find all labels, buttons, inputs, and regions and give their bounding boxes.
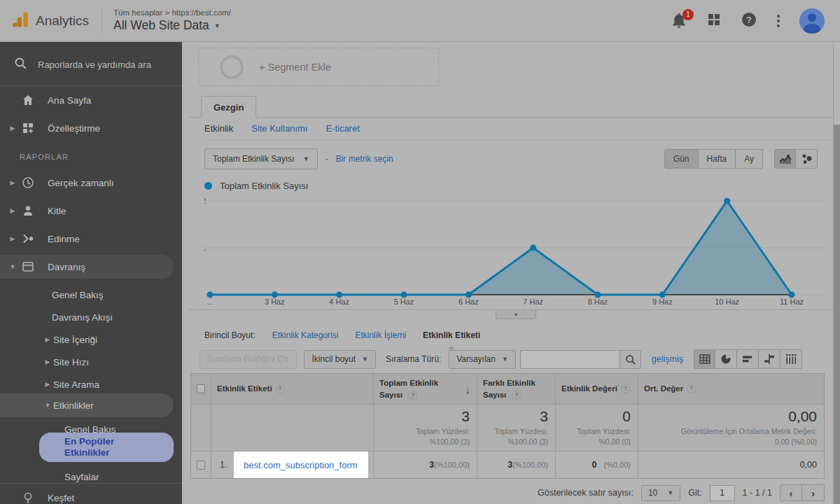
advanced-link[interactable]: gelişmiş [652,354,683,364]
legend-label: Toplam Etkinlik Sayısı [220,181,308,191]
event-label-link[interactable]: best.com_subscription_form [244,460,358,470]
table-search-button[interactable] [620,350,641,369]
sidebar-item-discover[interactable]: Keşfet [0,486,182,504]
subtab-site-usage[interactable]: Site Kullanımı [251,123,307,134]
goto-label: Git: [688,488,701,498]
subtab-events[interactable]: Etkinlik [204,123,233,134]
column-header-avg-value[interactable]: Ort. Değer? [638,374,824,404]
subtab-ecommerce[interactable]: E-ticaret [326,123,359,134]
sidebar-item-pages[interactable]: Sayfalar [0,465,182,489]
table-view-button[interactable] [694,349,715,369]
sidebar-search[interactable] [0,53,182,76]
add-segment-button[interactable]: + Segment Ekle [198,48,439,86]
dimension-event-action-link[interactable]: Etkinlik İşlemi [355,330,406,340]
sidebar-item-realtime[interactable]: ▶ Gerçek zamanlı [0,171,182,195]
granularity-day-button[interactable]: Gün [664,149,699,169]
bell-icon [672,19,686,31]
expand-right-icon: ▶ [42,381,53,388]
goto-page-input[interactable] [710,485,735,501]
events-table: Etkinlik Etiketi? Toplam Etkinlik Sayısı… [190,373,825,479]
events-line-chart: 12...3 Haz4 Haz5 Haz6 Haz7 Haz8 Haz9 Haz… [204,198,826,309]
sidebar-item-events[interactable]: ▼ Etkinlikler [0,393,174,417]
help-icon[interactable]: ? [621,384,630,393]
next-page-button[interactable]: › [802,484,825,501]
sidebar-item-behavior[interactable]: ▼ Davranış [0,255,174,279]
page-range: 1 - 1 / 1 [743,488,772,498]
apps-grid-button[interactable] [707,13,721,29]
help-icon[interactable]: ? [408,391,417,400]
select-all-checkbox[interactable] [197,384,205,393]
account-breadcrumb-block: Tüm hesaplar > https://best.com/ All Web… [113,8,231,33]
sidebar-item-behavior-flow[interactable]: Davranış Akışı [0,305,182,329]
granularity-week-button[interactable]: Hafta [699,149,736,169]
chart-legend: Toplam Etkinlik Sayısı [204,181,308,191]
sidebar-item-site-speed[interactable]: ▶ Site Hızı [0,350,182,374]
divider [0,85,182,86]
vertical-scrollbar[interactable] [833,42,840,504]
svg-text:?: ? [746,14,752,24]
help-icon: ? [741,11,757,28]
column-header-unique-events[interactable]: Farklı Etkinlik Sayısı ? [477,374,555,404]
breadcrumb: Tüm hesaplar > https://best.com/ [113,8,231,17]
notifications-button[interactable]: 1 [672,13,687,29]
y-tick-label: 1 [204,244,206,252]
sidebar-item-acquisition[interactable]: ▶ Edinme [0,227,182,251]
x-axis-label: 10 Haz [715,298,739,306]
table-search-input[interactable] [520,350,620,369]
pivot-view-button[interactable] [780,349,802,369]
chevron-down-icon: ▼ [362,356,368,363]
help-icon[interactable]: ? [687,384,696,393]
top-header: Analytics Tüm hesaplar > https://best.co… [0,0,840,42]
granularity-month-button[interactable]: Ay [736,149,763,169]
line-chart-type-button[interactable] [774,149,796,169]
analytics-logo[interactable]: Analytics [0,10,89,31]
motion-chart-type-button[interactable] [796,149,818,169]
sort-type-dropdown[interactable]: Varsayılan ▼ [449,350,516,369]
expand-right-icon: ▶ [8,207,18,214]
sidebar-item-site-content[interactable]: ▶ Site İçeriği [0,328,182,351]
sidebar-item-top-events[interactable]: En Popüler Etkinlikler [39,433,174,462]
dimension-event-category-link[interactable]: Etkinlik Kategorisi [272,330,339,340]
select-metric-link[interactable]: Bir metrik seçin [336,154,393,164]
secondary-dimension-dropdown[interactable]: İkincil boyut ▼ [304,350,376,369]
sidebar-item-audience[interactable]: ▶ Kitle [0,199,182,223]
column-header-event-value[interactable]: Etkinlik Değeri? [555,374,638,404]
analytics-logo-icon [11,10,29,31]
x-axis-label: 6 Haz [458,298,479,306]
dimension-event-label-selected[interactable]: Etkinlik Etiketi [423,330,480,340]
search-icon [625,354,636,365]
column-header-total-events[interactable]: Toplam Etkinlik Sayısı ? ↓ [373,374,477,404]
row-checkbox[interactable] [197,461,205,470]
prev-page-button[interactable]: ‹ [780,484,802,501]
help-icon[interactable]: ? [276,384,285,393]
sort-type-label: Sıralama Türü: [386,354,441,364]
tab-explorer[interactable]: Gezgin [201,96,256,118]
sidebar-item-customization[interactable]: ▶ Özelleştirme [0,116,182,140]
help-button[interactable]: ? [741,11,757,31]
performance-view-button[interactable] [737,349,759,369]
main-content: + Segment Ekle Gezgin Etkinlik Site Kull… [182,42,833,504]
search-input[interactable] [38,59,171,70]
more-menu-button[interactable] [777,15,780,27]
help-icon[interactable]: ? [512,391,521,400]
view-selector[interactable]: All Web Site Data ▼ [113,18,231,33]
metric-selector-dropdown[interactable]: Toplam Etkinlik Sayısı ▼ [204,148,318,169]
sidebar-item-behavior-overview[interactable]: Genel Bakış [0,283,182,307]
sidebar-item-site-search[interactable]: ▶ Site Arama [0,372,182,396]
avatar[interactable] [799,8,825,34]
x-axis-label: 11 Haz [780,298,804,306]
x-axis-label: 5 Haz [394,298,414,306]
pie-chart-icon [720,354,732,365]
chart-collapse-handle[interactable]: ▼ [496,310,536,319]
percentage-view-button[interactable] [715,349,737,369]
x-axis-label: 4 Haz [329,298,349,306]
column-header-event-label[interactable]: Etkinlik Etiketi? [211,374,373,404]
table-toolbar: Satırların Grafiğini Çiz İkincil boyut ▼… [200,349,802,370]
expand-right-icon: ▶ [42,358,53,365]
rows-per-page-select[interactable]: 10 ▼ [641,485,680,501]
scrollbar-thumb[interactable] [834,42,840,125]
comparison-view-button[interactable] [759,349,780,369]
sidebar-item-home[interactable]: Ana Sayfa [0,88,182,112]
clock-icon [21,176,35,190]
plot-rows-button[interactable]: Satırların Grafiğini Çiz [200,350,297,369]
